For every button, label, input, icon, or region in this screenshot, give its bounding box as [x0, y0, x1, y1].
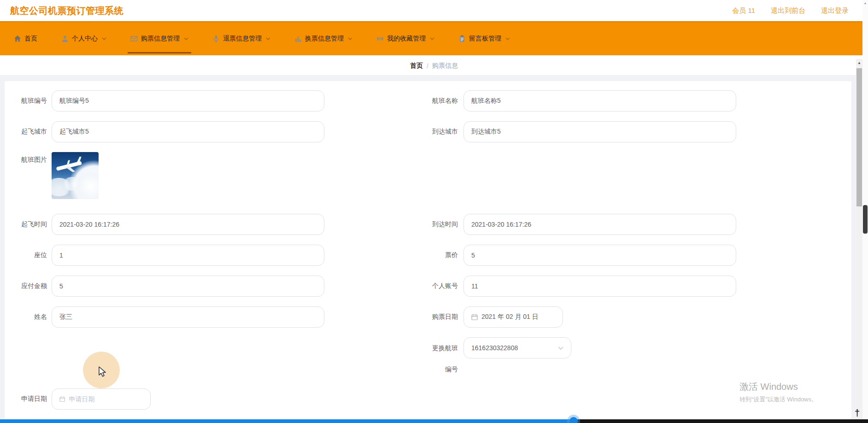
breadcrumb-current: 购票信息	[432, 62, 458, 70]
form-row: 起飞时间	[14, 214, 324, 235]
scroll-up-arrow-icon[interactable]: ▲	[856, 60, 862, 65]
video-progress-played	[0, 419, 575, 423]
app-title: 航空公司机票预订管理系统	[10, 5, 123, 17]
field-label: 到达时间	[428, 220, 458, 229]
field-label: 起飞城市	[14, 128, 47, 136]
form-row: 个人账号	[428, 276, 736, 297]
buy-date-picker[interactable]: 2021 年 02 月 01 日	[463, 306, 563, 328]
nav-label: 个人中心	[72, 35, 98, 43]
chevron-down-icon	[505, 37, 510, 40]
app-window: 航空公司机票预订管理系统 会员 11 退出到前台 退出登录 首页 个人中心 购票…	[0, 0, 868, 423]
field-label: 起飞时间	[14, 220, 47, 229]
change-flight-value: 1616230322808	[471, 344, 518, 352]
form-row: 票价	[428, 245, 736, 266]
flight-no-input[interactable]	[52, 90, 324, 112]
field-label: 更换航班编号	[428, 337, 458, 380]
form-row: 姓名	[14, 306, 324, 328]
airplane-photo[interactable]	[52, 152, 99, 199]
windows-activation-watermark: 激活 Windows 转到“设置”以激活 Windows。	[739, 381, 817, 404]
form-row: 起飞城市	[14, 121, 324, 142]
airplane-graphic	[54, 157, 88, 175]
form-row-flight-image: 航班图片	[14, 152, 99, 199]
nav-item-ticket-exchange[interactable]: 换票信息管理	[294, 22, 352, 55]
bar-chart-icon	[294, 35, 302, 42]
seat-input[interactable]	[52, 245, 324, 266]
arrive-time-input[interactable]	[463, 214, 736, 235]
nav-label: 换票信息管理	[305, 35, 344, 43]
microphone-icon	[212, 35, 220, 42]
field-label: 航班图片	[14, 156, 47, 164]
apply-date-input[interactable]	[69, 395, 143, 403]
field-label: 姓名	[14, 313, 47, 321]
depart-time-input[interactable]	[52, 214, 324, 235]
calendar-icon	[59, 396, 65, 402]
flight-name-input[interactable]	[463, 90, 736, 112]
form-row: 到达城市	[428, 121, 736, 142]
buy-date-value: 2021 年 02 月 01 日	[481, 313, 539, 321]
video-progress-bar[interactable]	[0, 419, 868, 423]
browser-scrollbar-thumb[interactable]	[863, 205, 868, 234]
form-row: 航班编号	[14, 90, 324, 112]
nav-label: 留言板管理	[469, 35, 501, 43]
nav-item-home[interactable]: 首页	[14, 22, 37, 55]
form-row: 航班名称	[428, 90, 736, 112]
mail-icon	[130, 35, 138, 42]
field-label: 到达城市	[428, 128, 458, 136]
nav-item-ticket-purchase[interactable]: 购票信息管理	[130, 22, 188, 55]
scroll-up-arrow-icon[interactable]: ▲	[862, 1, 868, 5]
breadcrumb: 首页 / 购票信息	[410, 62, 458, 70]
form-row: 到达时间	[428, 214, 736, 235]
form-row: 应付金额	[14, 276, 324, 297]
field-label: 航班编号	[14, 97, 47, 105]
nav-item-message-board[interactable]: 留言板管理	[458, 22, 510, 55]
chevron-down-icon	[430, 37, 434, 40]
cursor-highlight	[83, 352, 120, 388]
nav-label: 我的收藏管理	[387, 35, 426, 43]
nav-item-my-favorites[interactable]: 我的收藏管理	[376, 22, 434, 55]
exit-to-front-link[interactable]: 退出到前台	[771, 6, 805, 15]
inner-scrollbar-thumb[interactable]	[856, 68, 862, 206]
nav-item-ticket-refund[interactable]: 退票信息管理	[212, 22, 270, 55]
browser-scrollbar[interactable]: ▲	[862, 0, 868, 423]
form-row: 更换航班编号 1616230322808	[428, 337, 571, 380]
apply-date-picker[interactable]	[52, 388, 151, 410]
chevron-down-icon	[102, 37, 106, 40]
field-label: 座位	[14, 251, 47, 259]
text-cursor-icon: †	[855, 408, 860, 417]
main-nav: 首页 个人中心 购票信息管理 退票信息管理 换票信息管理 我的收藏管理	[0, 21, 868, 55]
form-row: 购票日期 2021 年 02 月 01 日	[428, 306, 563, 328]
chevron-down-icon	[348, 37, 352, 40]
field-label: 购票日期	[428, 313, 458, 321]
nav-label: 退票信息管理	[223, 35, 262, 43]
field-label: 申请日期	[14, 395, 47, 403]
amount-input[interactable]	[52, 276, 324, 297]
change-flight-select[interactable]: 1616230322808	[463, 337, 571, 358]
chevron-down-icon	[266, 37, 270, 40]
depart-city-input[interactable]	[52, 121, 324, 142]
watermark-line2: 转到“设置”以激活 Windows。	[739, 395, 817, 404]
home-icon	[14, 35, 21, 42]
form-row: 申请日期	[14, 388, 151, 410]
nav-label: 购票信息管理	[141, 35, 180, 43]
clipboard-icon	[458, 35, 466, 42]
watermark-line1: 激活 Windows	[739, 381, 817, 393]
breadcrumb-home[interactable]: 首页	[410, 62, 423, 70]
nav-item-personal-center[interactable]: 个人中心	[61, 22, 106, 55]
field-label: 航班名称	[428, 97, 458, 105]
form-row: 座位	[14, 245, 324, 266]
logout-link[interactable]: 退出登录	[821, 6, 849, 15]
inner-scrollbar[interactable]: ▲	[856, 59, 862, 419]
price-input[interactable]	[463, 245, 736, 266]
top-header: 航空公司机票预订管理系统 会员 11 退出到前台 退出登录	[0, 0, 868, 21]
cloud-shape	[62, 177, 83, 191]
breadcrumb-separator: /	[427, 62, 428, 70]
field-label: 个人账号	[428, 282, 458, 290]
breadcrumb-bar: 首页 / 购票信息	[0, 56, 868, 76]
arrive-city-input[interactable]	[463, 121, 736, 142]
name-input[interactable]	[52, 306, 324, 328]
chevron-down-icon	[558, 347, 563, 350]
video-playhead[interactable]	[569, 417, 578, 423]
account-input[interactable]	[463, 276, 736, 297]
chevron-down-icon	[184, 37, 188, 40]
field-label: 票价	[428, 251, 458, 259]
